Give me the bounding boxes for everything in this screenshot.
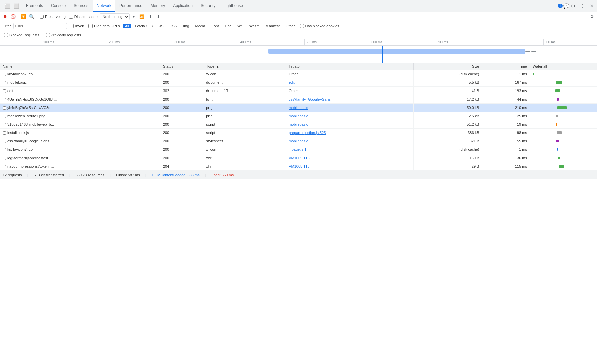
device-toggle-icon[interactable]: ⬜ (3, 2, 11, 10)
row-checkbox[interactable] (3, 89, 6, 93)
row-checkbox[interactable] (3, 140, 6, 143)
tab-lighthouse[interactable]: Lighthouse (219, 0, 247, 12)
cell-initiator[interactable]: mobilebasic (286, 112, 414, 120)
throttle-select[interactable]: No throttling (100, 13, 130, 20)
initiator-link[interactable]: mobilebasic (289, 122, 308, 126)
initiator-link[interactable]: css?family=Google+Sans (289, 97, 331, 101)
th-type[interactable]: Type ▲ (203, 63, 286, 70)
filter-tag-fetchxhr[interactable]: Fetch/XHR (133, 24, 156, 28)
filter-icon[interactable]: 🔽 (20, 13, 27, 20)
tab-memory[interactable]: Memory (146, 0, 169, 12)
has-blocked-cookies-checkbox[interactable] (300, 24, 304, 28)
table-row[interactable]: 4Ua_rENHsxJlGDuGo1OlIJf...200fontcss?fam… (0, 95, 597, 104)
timeline-chart[interactable]: — — (0, 46, 597, 63)
cell-initiator[interactable]: mobilebasic (286, 137, 414, 145)
network-settings-icon[interactable]: ⚙ (588, 13, 596, 20)
filter-tag-ws[interactable]: WS (235, 24, 246, 28)
initiator-link[interactable]: VM1005:116 (289, 164, 309, 168)
more-options-icon[interactable]: ⋮ (578, 2, 586, 10)
tab-elements[interactable]: Elements (22, 0, 47, 12)
tab-security[interactable]: Security (197, 0, 219, 12)
third-party-toggle[interactable]: 3rd-party requests (45, 33, 82, 37)
table-container[interactable]: Name Status Type ▲ Initiator Size Time W… (0, 63, 597, 171)
tab-console[interactable]: Console (47, 0, 70, 12)
cell-initiator[interactable]: css?family=Google+Sans (286, 95, 414, 104)
table-row[interactable]: css?family=Google+Sans200stylesheetmobil… (0, 137, 597, 145)
row-checkbox[interactable] (3, 148, 6, 151)
download-icon[interactable]: ⬇ (155, 13, 162, 20)
invert-toggle[interactable]: Invert (68, 24, 86, 28)
disable-cache-checkbox[interactable] (69, 15, 73, 19)
third-party-checkbox[interactable] (46, 33, 50, 37)
cell-initiator[interactable]: inpage.js:1 (286, 145, 414, 154)
filter-tag-img[interactable]: Img (181, 24, 191, 28)
preserve-log-toggle[interactable]: Preserve log (38, 15, 67, 19)
row-checkbox[interactable] (3, 106, 6, 110)
filter-tag-media[interactable]: Media (193, 24, 207, 28)
row-checkbox[interactable] (3, 98, 6, 101)
table-row[interactable]: installHook.js200scriptprepareInjection.… (0, 129, 597, 137)
hide-data-urls-toggle[interactable]: Hide data URLs (87, 24, 121, 28)
row-checkbox[interactable] (3, 115, 6, 118)
filter-tag-css[interactable]: CSS (167, 24, 180, 28)
hide-data-urls-checkbox[interactable] (88, 24, 93, 28)
row-checkbox[interactable] (3, 123, 6, 126)
initiator-link[interactable]: inpage.js:1 (289, 147, 306, 151)
filter-tag-doc[interactable]: Doc (222, 24, 234, 28)
blocked-requests-checkbox[interactable] (4, 33, 8, 37)
th-status[interactable]: Status (160, 63, 203, 70)
th-time[interactable]: Time (482, 63, 530, 70)
tab-performance[interactable]: Performance (115, 0, 146, 12)
notification-icon[interactable]: 1💬 (559, 2, 568, 10)
invert-checkbox[interactable] (70, 24, 74, 28)
initiator-link[interactable]: mobilebasic (289, 114, 308, 118)
table-row[interactable]: kix-favicon7.ico200x-iconOther(disk cach… (0, 70, 597, 78)
cell-initiator[interactable]: mobilebasic (286, 120, 414, 129)
close-icon[interactable]: ✕ (588, 2, 596, 10)
blocked-requests-toggle[interactable]: Blocked Requests (3, 33, 41, 37)
row-checkbox[interactable] (3, 165, 6, 168)
row-checkbox[interactable] (3, 81, 6, 84)
clear-button[interactable]: 🚫 (9, 13, 17, 20)
cell-initiator[interactable]: VM1005:116 (286, 162, 414, 171)
preserve-log-checkbox[interactable] (40, 15, 44, 19)
initiator-link[interactable]: edit (289, 80, 295, 84)
filter-tag-js[interactable]: JS (157, 24, 166, 28)
row-checkbox[interactable] (3, 157, 6, 160)
table-row[interactable]: naLogImpressions?token=...204xhrVM1005:1… (0, 162, 597, 171)
filter-tag-other[interactable]: Other (283, 24, 297, 28)
disable-cache-toggle[interactable]: Disable cache (68, 15, 99, 19)
cell-initiator[interactable]: mobilebasic (286, 104, 414, 112)
filter-tag-font[interactable]: Font (209, 24, 221, 28)
table-row[interactable]: edit302document / R...Other41 B193 ms (0, 87, 597, 95)
has-blocked-cookies-toggle[interactable]: Has blocked cookies (299, 24, 341, 28)
inspect-icon[interactable]: ⬜ (12, 2, 20, 10)
filter-tag-manifest[interactable]: Manifest (263, 24, 282, 28)
row-checkbox[interactable] (3, 73, 6, 76)
filter-tag-all[interactable]: All (123, 24, 131, 28)
tab-network[interactable]: Network (93, 0, 115, 12)
throttle-dropdown-icon[interactable]: ▾ (130, 13, 138, 20)
table-row[interactable]: mobilebasic200documentedit5.5 kB167 ms (0, 78, 597, 87)
initiator-link[interactable]: mobilebasic (289, 139, 308, 143)
upload-icon[interactable]: ⬆ (146, 13, 154, 20)
th-waterfall[interactable]: Waterfall (530, 63, 597, 70)
table-row[interactable]: 3186261463-mobileweb_b...200scriptmobile… (0, 120, 597, 129)
th-size[interactable]: Size (413, 63, 482, 70)
initiator-link[interactable]: prepareInjection.js:525 (289, 131, 326, 135)
record-button[interactable]: ⏺ (1, 13, 9, 20)
timeline-ruler[interactable]: 100 ms 200 ms 300 ms 400 ms 500 ms 600 m… (0, 39, 597, 46)
initiator-link[interactable]: VM1005:116 (289, 156, 309, 160)
table-row[interactable]: mobileweb_sprite1.png200pngmobilebasic2.… (0, 112, 597, 120)
filter-input[interactable] (13, 23, 67, 29)
initiator-link[interactable]: mobilebasic (289, 106, 308, 110)
cell-initiator[interactable]: VM1005:116 (286, 154, 414, 162)
th-initiator[interactable]: Initiator (286, 63, 414, 70)
tab-sources[interactable]: Sources (70, 0, 93, 12)
table-row[interactable]: log?format=json&hasfast...200xhrVM1005:1… (0, 154, 597, 162)
row-checkbox[interactable] (3, 131, 6, 135)
table-row[interactable]: yb4qBq7hWr5s-CuwVC3d...200pngmobilebasic… (0, 104, 597, 112)
th-name[interactable]: Name (0, 63, 160, 70)
search-button[interactable]: 🔍 (28, 13, 35, 20)
filter-tag-wasm[interactable]: Wasm (247, 24, 262, 28)
